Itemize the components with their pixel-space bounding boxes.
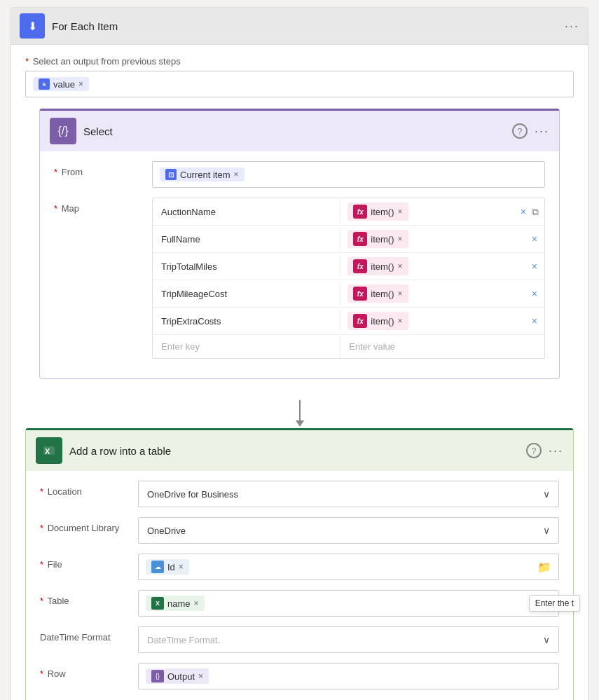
- table-row: * Table X name ×: [40, 590, 559, 617]
- table-input[interactable]: X name ×: [138, 590, 559, 617]
- row-field-content: {} Output ×: [138, 663, 559, 689]
- fx-close-1[interactable]: ×: [398, 207, 403, 217]
- add-row-title: Add a row into a table: [69, 445, 526, 457]
- fx-value-2: item(): [371, 234, 394, 245]
- select-more-button[interactable]: ···: [535, 124, 549, 139]
- current-item-close[interactable]: ×: [234, 170, 239, 179]
- map-key-2[interactable]: FullName: [153, 228, 340, 251]
- document-library-value: OneDrive: [147, 526, 186, 536]
- file-input[interactable]: ☁ Id × 📁: [138, 554, 559, 580]
- map-row-2: FullName fx item() ×: [153, 226, 544, 253]
- table-tooltip: Enter the t: [529, 595, 580, 612]
- select-help-button[interactable]: ?: [512, 123, 528, 139]
- select-card: {/} Select ? ··· * From: [39, 109, 560, 379]
- map-copy-1[interactable]: ⧉: [532, 206, 539, 218]
- fx-token-3: fx item() ×: [347, 257, 408, 275]
- document-library-chevron-icon: ∨: [543, 525, 550, 536]
- map-row-1: AuctionName fx item() ×: [153, 198, 544, 226]
- map-actions-4: ×: [525, 287, 544, 301]
- map-actions-1: × ⧉: [514, 205, 544, 219]
- fx-close-5[interactable]: ×: [398, 316, 403, 326]
- token-close-button[interactable]: ×: [78, 79, 83, 89]
- current-item-icon: ⊡: [165, 169, 177, 180]
- map-delete-3[interactable]: ×: [530, 259, 539, 273]
- map-value-5: fx item() ×: [340, 308, 525, 334]
- table-content: X name × Enter the t: [138, 590, 559, 617]
- svg-text:X: X: [45, 447, 50, 455]
- from-row: * From ⊡ Current item ×: [54, 161, 545, 188]
- table-label: * Table: [40, 590, 138, 606]
- for-each-card: ⬇ For Each Item ··· * Select an output f…: [11, 7, 588, 700]
- location-dropdown[interactable]: OneDrive for Business ∨: [138, 481, 559, 507]
- fx-token-2: fx item() ×: [347, 230, 408, 248]
- map-key-1[interactable]: AuctionName: [153, 200, 340, 224]
- map-delete-4[interactable]: ×: [530, 287, 539, 301]
- datetime-row: DateTime Format DateTime Format. ∨: [40, 626, 559, 653]
- row-field-row: * Row {} Output ×: [40, 663, 559, 689]
- map-delete-1[interactable]: ×: [519, 205, 528, 219]
- folder-icon[interactable]: 📁: [537, 561, 551, 574]
- required-marker: *: [25, 56, 29, 67]
- for-each-token-input[interactable]: s value ×: [25, 71, 574, 97]
- file-token-close[interactable]: ×: [179, 562, 184, 572]
- map-key-4[interactable]: TripMileageCost: [153, 282, 340, 306]
- map-row: * Map AuctionName fx: [54, 198, 545, 359]
- file-token-label: Id: [167, 562, 175, 572]
- map-row-4: TripMileageCost fx item() ×: [153, 280, 544, 308]
- for-each-header: ⬇ For Each Item ···: [11, 8, 588, 45]
- document-library-row: * Document Library OneDrive ∨: [40, 517, 559, 544]
- enter-key-placeholder[interactable]: Enter key: [153, 335, 340, 358]
- fx-icon-5: fx: [353, 314, 367, 328]
- map-value-2: fx item() ×: [340, 226, 525, 252]
- xl-token-label: name: [167, 598, 191, 609]
- fx-icon-2: fx: [353, 232, 367, 246]
- add-row-help-button[interactable]: ?: [526, 443, 542, 458]
- fx-close-3[interactable]: ×: [398, 261, 403, 271]
- location-content: OneDrive for Business ∨: [138, 481, 559, 507]
- document-library-content: OneDrive ∨: [138, 517, 559, 544]
- from-token-input[interactable]: ⊡ Current item ×: [152, 161, 545, 188]
- fx-token-4: fx item() ×: [347, 284, 408, 303]
- enter-value-placeholder[interactable]: Enter value: [340, 335, 544, 358]
- for-each-title: For Each Item: [52, 20, 565, 32]
- map-key-3[interactable]: TripTotalMiles: [153, 255, 340, 278]
- current-item-label: Current item: [180, 170, 230, 180]
- document-library-dropdown[interactable]: OneDrive ∨: [138, 517, 559, 544]
- map-value-4: fx item() ×: [340, 280, 525, 307]
- row-field-input[interactable]: {} Output ×: [138, 663, 559, 689]
- output-close[interactable]: ×: [198, 671, 203, 681]
- select-body: * From ⊡ Current item ×: [40, 151, 559, 378]
- map-content: AuctionName fx item() ×: [152, 198, 545, 359]
- token-s-icon: s: [39, 78, 50, 90]
- file-content: ☁ Id × 📁: [138, 554, 559, 580]
- from-content: ⊡ Current item ×: [152, 161, 545, 188]
- map-delete-2[interactable]: ×: [530, 232, 539, 246]
- location-chevron-icon: ∨: [543, 488, 550, 500]
- fx-value-3: item(): [371, 261, 394, 272]
- map-actions-2: ×: [525, 232, 544, 246]
- map-key-5[interactable]: TripExtraCosts: [153, 310, 340, 333]
- map-row-3: TripTotalMiles fx item() ×: [153, 253, 544, 280]
- xl-token: X name ×: [146, 596, 205, 611]
- datetime-dropdown[interactable]: DateTime Format. ∨: [138, 626, 559, 653]
- xl-icon: X: [151, 597, 164, 610]
- output-icon: {}: [151, 670, 164, 682]
- map-delete-5[interactable]: ×: [530, 314, 539, 328]
- location-value: OneDrive for Business: [147, 489, 238, 500]
- file-label: * File: [40, 554, 138, 570]
- map-actions-3: ×: [525, 259, 544, 273]
- select-icon: {/}: [50, 118, 76, 144]
- fx-close-4[interactable]: ×: [398, 289, 403, 298]
- xl-token-close[interactable]: ×: [194, 598, 199, 608]
- arrow-connector: [11, 393, 588, 428]
- for-each-more-button[interactable]: ···: [565, 19, 579, 34]
- arrow-down: [299, 400, 301, 421]
- add-row-header: X Add a row into a table ? ···: [26, 430, 573, 471]
- map-table: AuctionName fx item() ×: [152, 198, 545, 359]
- map-value-1: fx item() ×: [340, 198, 514, 225]
- fx-close-2[interactable]: ×: [398, 234, 403, 244]
- add-row-more-button[interactable]: ···: [549, 444, 563, 458]
- datetime-placeholder: DateTime Format.: [147, 635, 220, 645]
- add-row-card: X Add a row into a table ? ··· * Locatio…: [25, 428, 574, 700]
- value-token: s value ×: [33, 77, 89, 91]
